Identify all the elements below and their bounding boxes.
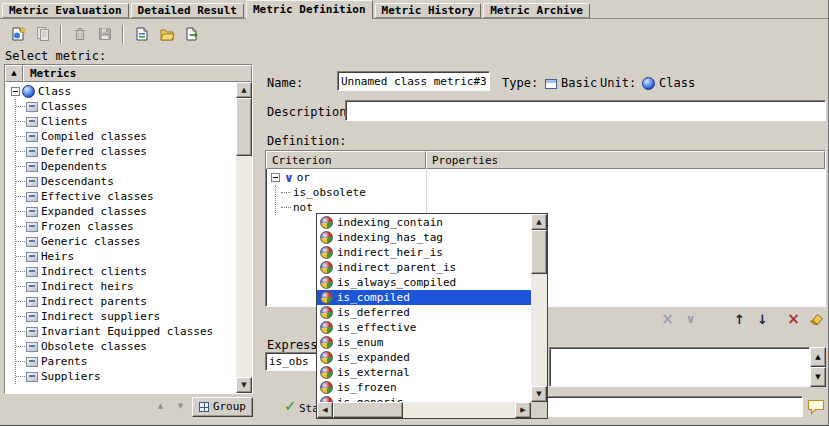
dropdown-vertical-scrollbar[interactable]	[531, 214, 547, 402]
tree-item[interactable]: Indirect suppliers	[16, 309, 236, 324]
scroll-up-button[interactable]	[531, 214, 547, 230]
criterion-label: or	[297, 171, 310, 184]
open-folder-icon[interactable]	[155, 23, 178, 46]
tree-item[interactable]: Clients	[16, 114, 236, 129]
group-button[interactable]: Group	[192, 397, 253, 417]
tree-item[interactable]: Frozen classes	[16, 219, 236, 234]
collapse-icon[interactable]	[271, 173, 280, 182]
tree-item[interactable]: Obsolete classes	[16, 339, 236, 354]
eraser-icon[interactable]	[808, 311, 825, 328]
down-arrow-glyph	[757, 313, 768, 326]
metrics-column-header[interactable]: Metrics	[23, 65, 252, 82]
scrollbar-thumb[interactable]	[333, 402, 403, 418]
save-metric-icon[interactable]	[93, 23, 116, 46]
tree-item[interactable]: Indirect clients	[16, 264, 236, 279]
metric-icon	[26, 372, 38, 382]
tree-vertical-scrollbar[interactable]	[236, 82, 252, 393]
dropdown-horizontal-scrollbar[interactable]	[317, 402, 531, 418]
criterion-column-header[interactable]: Criterion	[266, 151, 426, 169]
definition-label: Definition:	[267, 134, 346, 148]
dropdown-item[interactable]: indirect_heir_is	[317, 245, 531, 260]
tree-item[interactable]: Heirs	[16, 249, 236, 264]
export-metric-icon[interactable]	[180, 23, 203, 46]
dropdown-item[interactable]: is_frozen	[317, 380, 531, 395]
tab[interactable]: Detailed Result	[131, 3, 244, 18]
tree-root-class[interactable]: Class	[11, 84, 236, 99]
cross-glyph	[661, 312, 674, 327]
criterion-label: is_obsolete	[293, 186, 366, 199]
move-up-icon[interactable]	[731, 311, 748, 328]
dropdown-item[interactable]: indirect_parent_is	[317, 260, 531, 275]
scroll-down-button[interactable]	[531, 386, 547, 402]
tab[interactable]: Metric Evaluation	[2, 3, 129, 18]
or-icon[interactable]	[682, 311, 699, 328]
scroll-right-button[interactable]	[515, 402, 531, 418]
tree-item[interactable]: Descendants	[16, 174, 236, 189]
dropdown-item[interactable]: is_deferred	[317, 305, 531, 320]
metric-icon	[26, 282, 38, 292]
dropdown-item[interactable]: is_always_compiled	[317, 275, 531, 290]
tree-item[interactable]: Effective classes	[16, 189, 236, 204]
tree-item[interactable]: Deferred classes	[16, 144, 236, 159]
dropdown-item[interactable]: indexing_has_tag	[317, 230, 531, 245]
move-metric-up-button[interactable]	[152, 398, 169, 415]
scroll-left-button[interactable]	[317, 402, 333, 418]
tree-item[interactable]: Classes	[16, 99, 236, 114]
dropdown-item[interactable]: is_enum	[317, 335, 531, 350]
copy-metric-icon[interactable]	[31, 23, 54, 46]
tree-item[interactable]: Parents	[16, 354, 236, 369]
move-metric-down-button[interactable]	[172, 398, 189, 415]
dropdown-item[interactable]: indexing_contain	[317, 215, 531, 230]
tree-item[interactable]: Suppliers	[16, 369, 236, 384]
scroll-up-button[interactable]	[810, 347, 826, 367]
tree-item[interactable]: Generic classes	[16, 234, 236, 249]
tree-item[interactable]: Compiled classes	[16, 129, 236, 144]
criterion-row-is-obsolete[interactable]: is_obsolete	[276, 185, 825, 200]
tab[interactable]: Metric Archive	[483, 3, 590, 18]
scrollbar-thumb[interactable]	[531, 230, 547, 274]
scroll-up-button[interactable]	[236, 82, 252, 98]
select-metric-label: Select metric:	[5, 49, 106, 63]
dropdown-item-label: indirect_heir_is	[337, 246, 443, 259]
criterion-row-or[interactable]: or	[266, 170, 825, 185]
move-down-icon[interactable]	[754, 311, 771, 328]
and-cross-icon[interactable]	[659, 311, 676, 328]
new-metric-icon[interactable]	[6, 23, 29, 46]
description-field[interactable]	[345, 100, 826, 121]
scroll-right-icon	[520, 407, 525, 414]
dropdown-item-label: indexing_contain	[337, 216, 443, 229]
expression-view[interactable]	[549, 347, 810, 387]
name-field[interactable]	[337, 71, 490, 91]
dropdown-item[interactable]: is_compiled	[317, 290, 531, 305]
tree-item[interactable]: Dependents	[16, 159, 236, 174]
tab[interactable]: Metric Definition	[246, 0, 373, 19]
tree-item[interactable]: Invariant Equipped classes	[16, 324, 236, 339]
collapse-icon[interactable]	[11, 87, 20, 96]
tab[interactable]: Metric History	[375, 3, 482, 18]
dropdown-item[interactable]: is_effective	[317, 320, 531, 335]
tree-item[interactable]: Expanded classes	[16, 204, 236, 219]
scroll-up-icon	[815, 354, 820, 361]
dropdown-item[interactable]: is_expanded	[317, 350, 531, 365]
delete-metric-icon[interactable]	[68, 23, 91, 46]
scroll-down-button[interactable]	[810, 367, 826, 387]
dropdown-item-label: is_deferred	[337, 306, 410, 319]
comment-bubble-icon[interactable]	[806, 398, 826, 418]
properties-column-header[interactable]: Properties	[426, 151, 825, 169]
delete-criterion-icon[interactable]	[785, 311, 802, 328]
scroll-down-button[interactable]	[236, 377, 252, 393]
scrollbar-thumb[interactable]	[236, 98, 252, 156]
tree-item[interactable]: Indirect heirs	[16, 279, 236, 294]
dropdown-item[interactable]: is_generic	[317, 395, 531, 402]
criterion-icon	[320, 246, 333, 259]
new-metric-file-icon[interactable]	[130, 23, 153, 46]
description-label: Description:	[267, 105, 354, 119]
sort-header-cell[interactable]	[5, 65, 23, 82]
up-arrow-icon	[158, 403, 163, 410]
comment-field[interactable]	[545, 396, 803, 417]
metrics-tree-header: Metrics	[5, 65, 252, 82]
group-icon	[199, 402, 209, 412]
tree-item[interactable]: Indirect parents	[16, 294, 236, 309]
dropdown-item[interactable]: is_external	[317, 365, 531, 380]
dropdown-item-label: is_enum	[337, 336, 383, 349]
